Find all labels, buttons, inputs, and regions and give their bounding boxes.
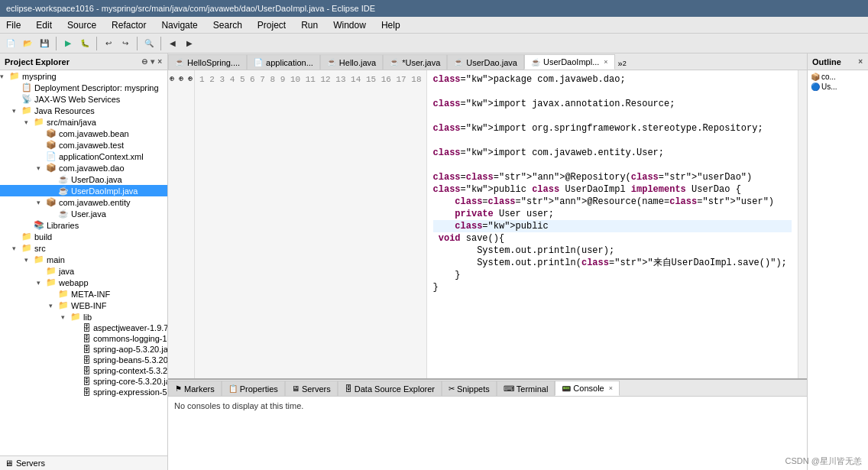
editor-tab-user[interactable]: ☕*User.java xyxy=(383,54,447,70)
menu-item-file[interactable]: File xyxy=(3,19,24,31)
editor-tab-hellospring[interactable]: ☕HelloSpring.... xyxy=(168,54,247,70)
tree-item-UserDaoImpl.java[interactable]: ☕UserDaoImpl.java xyxy=(0,185,167,196)
servers-item[interactable]: 🖥 Servers xyxy=(0,455,167,470)
tree-item-com.javaweb.bean[interactable]: 📦com.javaweb.bean xyxy=(0,128,167,139)
tree-item-build[interactable]: 📁build xyxy=(0,231,167,242)
menu-item-help[interactable]: Help xyxy=(378,19,403,31)
tree-item-main[interactable]: ▾📁main xyxy=(0,254,167,265)
editor-tab-userdaoimpl[interactable]: ☕UserDaoImpl...× xyxy=(524,54,615,70)
bottom-tab-properties[interactable]: 📋Properties xyxy=(222,381,285,396)
tab-close-userdaoimpl[interactable]: × xyxy=(604,58,607,66)
toolbar-open[interactable]: 📂 xyxy=(20,36,35,51)
tree-icon-java-resources: 📁 xyxy=(21,105,32,115)
tree-label-myspring: myspring xyxy=(22,72,57,81)
bottom-tab-terminal[interactable]: ⌨Terminal xyxy=(497,381,555,396)
bottom-tab-label-snippets: Snippets xyxy=(457,384,490,394)
console-text: No consoles to display at this time. xyxy=(174,401,303,410)
tab-label-hellospring: HelloSpring.... xyxy=(187,58,240,67)
toolbar-prev[interactable]: ◀ xyxy=(165,36,180,51)
tree-label-java-resources: Java Resources xyxy=(34,106,95,115)
bottom-tabs: ⚑Markers📋Properties🖥Servers🗄Data Source … xyxy=(168,380,807,397)
tree-item-spring-context[interactable]: 🗄spring-context-5.3.20.jar xyxy=(0,365,167,376)
outline-item[interactable]: 🔵Us... xyxy=(809,82,866,92)
toolbar-debug[interactable]: 🐛 xyxy=(77,36,92,51)
tree-item-spring-beans[interactable]: 🗄spring-beans-5.3.20.jar xyxy=(0,355,167,365)
tree-item-spring-aop[interactable]: 🗄spring-aop-5.3.20.jar xyxy=(0,344,167,355)
editor-tab-userdao[interactable]: ☕UserDao.java xyxy=(447,54,524,70)
code-content[interactable]: class="kw">package com.javaweb.dao; clas… xyxy=(427,70,798,378)
tree-item-com.javaweb.dao[interactable]: ▾📦com.javaweb.dao xyxy=(0,162,167,173)
menu-item-project[interactable]: Project xyxy=(254,19,289,31)
tree-arrow: ▾ xyxy=(12,107,21,115)
tree-icon-aspectjweaver: 🗄 xyxy=(83,323,91,332)
outline-item[interactable]: 📦co... xyxy=(809,72,866,82)
bottom-tab-snippets[interactable]: ✂Snippets xyxy=(442,381,497,396)
bottom-tab-servers[interactable]: 🖥Servers xyxy=(285,381,338,396)
tree-item-applicationContext[interactable]: 📄applicationContext.xml xyxy=(0,151,167,162)
toolbar-search[interactable]: 🔍 xyxy=(141,36,157,51)
bottom-tab-close-console[interactable]: × xyxy=(609,384,613,392)
tree-label-com.javaweb.bean: com.javaweb.bean xyxy=(59,129,129,138)
tree-item-java[interactable]: 📁java xyxy=(0,265,167,277)
title-text: eclipse-workspace1016 - myspring/src/mai… xyxy=(6,4,375,13)
menu-item-refactor[interactable]: Refactor xyxy=(108,19,149,31)
toolbar-next[interactable]: ▶ xyxy=(182,36,197,51)
tree-item-aspectjweaver[interactable]: 🗄aspectjweaver-1.9.7.jar xyxy=(0,323,167,333)
project-explorer-close[interactable]: × xyxy=(157,57,163,66)
scrollbar-right[interactable] xyxy=(798,70,807,378)
tree-label-WEB-INF: WEB-INF xyxy=(71,301,106,310)
tree-item-java-resources[interactable]: ▾📁Java Resources xyxy=(0,105,167,116)
outline-content: 📦co...🔵Us... xyxy=(808,70,868,470)
tab-icon-hellospring: ☕ xyxy=(175,58,184,66)
tree-item-spring-core[interactable]: 🗄spring-core-5.3.20.jar xyxy=(0,376,167,387)
menu-item-run[interactable]: Run xyxy=(298,19,321,31)
tree-arrow: ▾ xyxy=(37,279,46,287)
menu-item-window[interactable]: Window xyxy=(330,19,369,31)
tree-item-Libraries[interactable]: 📚Libraries xyxy=(0,219,167,231)
editor-area: ☕HelloSpring....📄application...☕Hello.ja… xyxy=(168,53,807,378)
bottom-tab-datasource[interactable]: 🗄Data Source Explorer xyxy=(338,381,442,396)
tab-overflow[interactable]: »2 xyxy=(615,57,630,70)
code-editor[interactable]: ⊕ ⊕ ⊕ 1 2 3 4 5 6 7 8 9 10 11 12 13 14 1… xyxy=(168,70,807,378)
tree-item-lib[interactable]: ▾📁lib xyxy=(0,311,167,323)
title-bar: eclipse-workspace1016 - myspring/src/mai… xyxy=(0,0,868,17)
tree-item-commons-logging[interactable]: 🗄commons-logging-1.2.jar xyxy=(0,333,167,344)
tree-item-jaxws[interactable]: 📡JAX-WS Web Services xyxy=(0,93,167,105)
tree-label-com.javaweb.dao: com.javaweb.dao xyxy=(59,164,125,173)
bottom-tab-icon-servers: 🖥 xyxy=(292,384,300,393)
menu-item-edit[interactable]: Edit xyxy=(33,19,55,31)
tree-item-webapp[interactable]: ▾📁webapp xyxy=(0,277,167,288)
project-tree: ▾📁myspring📋Deployment Descriptor: myspri… xyxy=(0,70,167,455)
tree-item-WEB-INF[interactable]: ▾📁WEB-INF xyxy=(0,300,167,311)
editor-tabs: ☕HelloSpring....📄application...☕Hello.ja… xyxy=(168,53,807,70)
menu-item-navigate[interactable]: Navigate xyxy=(158,19,200,31)
tree-item-myspring[interactable]: ▾📁myspring xyxy=(0,70,167,82)
tree-icon-jaxws: 📡 xyxy=(21,94,32,104)
toolbar-save[interactable]: 💾 xyxy=(37,36,52,51)
toolbar-new[interactable]: 📄 xyxy=(3,36,18,51)
bottom-tab-markers[interactable]: ⚑Markers xyxy=(168,381,222,396)
tree-item-META-INF[interactable]: 📁META-INF xyxy=(0,288,167,300)
menu-item-search[interactable]: Search xyxy=(210,19,245,31)
tree-item-User.java[interactable]: ☕User.java xyxy=(0,208,167,219)
toolbar-run[interactable]: ▶ xyxy=(60,36,76,51)
tree-item-deployment[interactable]: 📋Deployment Descriptor: myspring xyxy=(0,82,167,93)
watermark: CSDN @星川皆无恙 xyxy=(785,455,862,467)
project-explorer-collapse[interactable]: ⊖ xyxy=(141,57,148,66)
tree-item-UserDao.java[interactable]: ☕UserDao.java xyxy=(0,173,167,185)
tree-item-src[interactable]: ▾📁src xyxy=(0,242,167,254)
bottom-tab-console[interactable]: 📟Console× xyxy=(555,381,620,396)
editor-tab-application[interactable]: 📄application... xyxy=(247,54,320,70)
toolbar-redo[interactable]: ↪ xyxy=(118,36,133,51)
tree-item-spring-expression[interactable]: 🗄spring-expression-5.3.20.jar xyxy=(0,387,167,397)
menu-item-source[interactable]: Source xyxy=(64,19,99,31)
toolbar-undo[interactable]: ↩ xyxy=(101,36,116,51)
outline-close[interactable]: × xyxy=(857,57,863,66)
bottom-tab-label-servers: Servers xyxy=(302,384,331,394)
tree-item-com.javaweb.entity[interactable]: ▾📦com.javaweb.entity xyxy=(0,196,167,208)
tree-item-src-main-java[interactable]: ▾📁src/main/java xyxy=(0,116,167,128)
bottom-tab-label-datasource: Data Source Explorer xyxy=(355,384,435,394)
project-explorer-menu[interactable]: ▾ xyxy=(150,57,155,66)
tree-item-com.javaweb.test[interactable]: 📦com.javaweb.test xyxy=(0,139,167,151)
editor-tab-hello[interactable]: ☕Hello.java xyxy=(320,54,383,70)
